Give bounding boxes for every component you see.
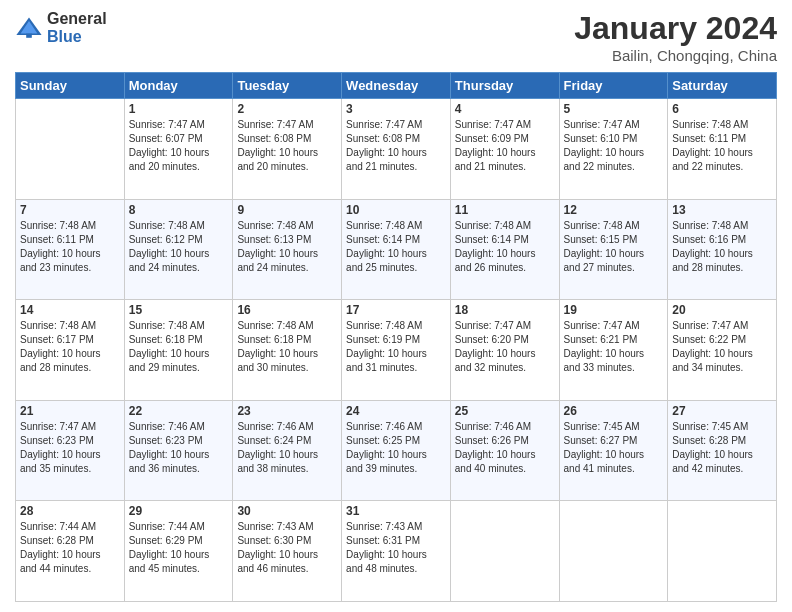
cell-1-4: 11Sunrise: 7:48 AM Sunset: 6:14 PM Dayli… xyxy=(450,199,559,300)
day-info: Sunrise: 7:47 AM Sunset: 6:10 PM Dayligh… xyxy=(564,118,664,174)
page: General Blue January 2024 Bailin, Chongq… xyxy=(0,0,792,612)
day-info: Sunrise: 7:47 AM Sunset: 6:23 PM Dayligh… xyxy=(20,420,120,476)
calendar-header-row: Sunday Monday Tuesday Wednesday Thursday… xyxy=(16,73,777,99)
cell-3-2: 23Sunrise: 7:46 AM Sunset: 6:24 PM Dayli… xyxy=(233,400,342,501)
day-info: Sunrise: 7:46 AM Sunset: 6:26 PM Dayligh… xyxy=(455,420,555,476)
day-info: Sunrise: 7:47 AM Sunset: 6:08 PM Dayligh… xyxy=(346,118,446,174)
cell-2-1: 15Sunrise: 7:48 AM Sunset: 6:18 PM Dayli… xyxy=(124,300,233,401)
day-info: Sunrise: 7:48 AM Sunset: 6:15 PM Dayligh… xyxy=(564,219,664,275)
cell-3-1: 22Sunrise: 7:46 AM Sunset: 6:23 PM Dayli… xyxy=(124,400,233,501)
cell-0-0 xyxy=(16,99,125,200)
logo-text: General Blue xyxy=(47,10,107,45)
day-number: 25 xyxy=(455,404,555,418)
title-area: January 2024 Bailin, Chongqing, China xyxy=(574,10,777,64)
logo-blue: Blue xyxy=(47,28,107,46)
col-thursday: Thursday xyxy=(450,73,559,99)
day-number: 20 xyxy=(672,303,772,317)
cell-0-6: 6Sunrise: 7:48 AM Sunset: 6:11 PM Daylig… xyxy=(668,99,777,200)
cell-0-4: 4Sunrise: 7:47 AM Sunset: 6:09 PM Daylig… xyxy=(450,99,559,200)
cell-4-4 xyxy=(450,501,559,602)
col-saturday: Saturday xyxy=(668,73,777,99)
month-title: January 2024 xyxy=(574,10,777,47)
day-number: 7 xyxy=(20,203,120,217)
day-number: 23 xyxy=(237,404,337,418)
day-info: Sunrise: 7:47 AM Sunset: 6:21 PM Dayligh… xyxy=(564,319,664,375)
day-number: 10 xyxy=(346,203,446,217)
day-info: Sunrise: 7:48 AM Sunset: 6:12 PM Dayligh… xyxy=(129,219,229,275)
cell-4-0: 28Sunrise: 7:44 AM Sunset: 6:28 PM Dayli… xyxy=(16,501,125,602)
cell-0-2: 2Sunrise: 7:47 AM Sunset: 6:08 PM Daylig… xyxy=(233,99,342,200)
day-number: 19 xyxy=(564,303,664,317)
day-info: Sunrise: 7:45 AM Sunset: 6:27 PM Dayligh… xyxy=(564,420,664,476)
day-number: 2 xyxy=(237,102,337,116)
col-sunday: Sunday xyxy=(16,73,125,99)
day-info: Sunrise: 7:47 AM Sunset: 6:09 PM Dayligh… xyxy=(455,118,555,174)
day-info: Sunrise: 7:46 AM Sunset: 6:23 PM Dayligh… xyxy=(129,420,229,476)
day-info: Sunrise: 7:45 AM Sunset: 6:28 PM Dayligh… xyxy=(672,420,772,476)
day-number: 31 xyxy=(346,504,446,518)
cell-3-5: 26Sunrise: 7:45 AM Sunset: 6:27 PM Dayli… xyxy=(559,400,668,501)
cell-2-4: 18Sunrise: 7:47 AM Sunset: 6:20 PM Dayli… xyxy=(450,300,559,401)
day-info: Sunrise: 7:48 AM Sunset: 6:14 PM Dayligh… xyxy=(346,219,446,275)
location: Bailin, Chongqing, China xyxy=(574,47,777,64)
day-number: 12 xyxy=(564,203,664,217)
day-number: 8 xyxy=(129,203,229,217)
col-wednesday: Wednesday xyxy=(342,73,451,99)
cell-2-2: 16Sunrise: 7:48 AM Sunset: 6:18 PM Dayli… xyxy=(233,300,342,401)
cell-4-3: 31Sunrise: 7:43 AM Sunset: 6:31 PM Dayli… xyxy=(342,501,451,602)
day-number: 27 xyxy=(672,404,772,418)
day-info: Sunrise: 7:47 AM Sunset: 6:20 PM Dayligh… xyxy=(455,319,555,375)
cell-3-3: 24Sunrise: 7:46 AM Sunset: 6:25 PM Dayli… xyxy=(342,400,451,501)
day-number: 21 xyxy=(20,404,120,418)
cell-1-6: 13Sunrise: 7:48 AM Sunset: 6:16 PM Dayli… xyxy=(668,199,777,300)
day-number: 5 xyxy=(564,102,664,116)
day-number: 6 xyxy=(672,102,772,116)
cell-2-3: 17Sunrise: 7:48 AM Sunset: 6:19 PM Dayli… xyxy=(342,300,451,401)
cell-1-0: 7Sunrise: 7:48 AM Sunset: 6:11 PM Daylig… xyxy=(16,199,125,300)
day-info: Sunrise: 7:48 AM Sunset: 6:16 PM Dayligh… xyxy=(672,219,772,275)
cell-2-6: 20Sunrise: 7:47 AM Sunset: 6:22 PM Dayli… xyxy=(668,300,777,401)
day-number: 11 xyxy=(455,203,555,217)
day-info: Sunrise: 7:48 AM Sunset: 6:18 PM Dayligh… xyxy=(237,319,337,375)
week-row-4: 21Sunrise: 7:47 AM Sunset: 6:23 PM Dayli… xyxy=(16,400,777,501)
cell-4-5 xyxy=(559,501,668,602)
logo-icon xyxy=(15,14,43,42)
day-number: 17 xyxy=(346,303,446,317)
cell-1-1: 8Sunrise: 7:48 AM Sunset: 6:12 PM Daylig… xyxy=(124,199,233,300)
header: General Blue January 2024 Bailin, Chongq… xyxy=(15,10,777,64)
logo: General Blue xyxy=(15,10,107,45)
cell-0-5: 5Sunrise: 7:47 AM Sunset: 6:10 PM Daylig… xyxy=(559,99,668,200)
day-info: Sunrise: 7:46 AM Sunset: 6:25 PM Dayligh… xyxy=(346,420,446,476)
day-info: Sunrise: 7:48 AM Sunset: 6:11 PM Dayligh… xyxy=(20,219,120,275)
day-number: 22 xyxy=(129,404,229,418)
day-number: 1 xyxy=(129,102,229,116)
col-tuesday: Tuesday xyxy=(233,73,342,99)
day-number: 4 xyxy=(455,102,555,116)
day-info: Sunrise: 7:47 AM Sunset: 6:07 PM Dayligh… xyxy=(129,118,229,174)
day-info: Sunrise: 7:47 AM Sunset: 6:22 PM Dayligh… xyxy=(672,319,772,375)
day-number: 13 xyxy=(672,203,772,217)
day-info: Sunrise: 7:44 AM Sunset: 6:28 PM Dayligh… xyxy=(20,520,120,576)
svg-rect-2 xyxy=(26,33,32,37)
day-number: 29 xyxy=(129,504,229,518)
col-friday: Friday xyxy=(559,73,668,99)
day-number: 15 xyxy=(129,303,229,317)
cell-1-3: 10Sunrise: 7:48 AM Sunset: 6:14 PM Dayli… xyxy=(342,199,451,300)
day-info: Sunrise: 7:48 AM Sunset: 6:17 PM Dayligh… xyxy=(20,319,120,375)
day-info: Sunrise: 7:44 AM Sunset: 6:29 PM Dayligh… xyxy=(129,520,229,576)
col-monday: Monday xyxy=(124,73,233,99)
cell-1-2: 9Sunrise: 7:48 AM Sunset: 6:13 PM Daylig… xyxy=(233,199,342,300)
day-info: Sunrise: 7:48 AM Sunset: 6:14 PM Dayligh… xyxy=(455,219,555,275)
day-info: Sunrise: 7:48 AM Sunset: 6:19 PM Dayligh… xyxy=(346,319,446,375)
day-info: Sunrise: 7:43 AM Sunset: 6:30 PM Dayligh… xyxy=(237,520,337,576)
cell-0-3: 3Sunrise: 7:47 AM Sunset: 6:08 PM Daylig… xyxy=(342,99,451,200)
day-number: 24 xyxy=(346,404,446,418)
cell-3-4: 25Sunrise: 7:46 AM Sunset: 6:26 PM Dayli… xyxy=(450,400,559,501)
calendar-table: Sunday Monday Tuesday Wednesday Thursday… xyxy=(15,72,777,602)
day-number: 3 xyxy=(346,102,446,116)
day-info: Sunrise: 7:48 AM Sunset: 6:11 PM Dayligh… xyxy=(672,118,772,174)
cell-4-2: 30Sunrise: 7:43 AM Sunset: 6:30 PM Dayli… xyxy=(233,501,342,602)
logo-general: General xyxy=(47,10,107,28)
cell-2-0: 14Sunrise: 7:48 AM Sunset: 6:17 PM Dayli… xyxy=(16,300,125,401)
cell-4-1: 29Sunrise: 7:44 AM Sunset: 6:29 PM Dayli… xyxy=(124,501,233,602)
